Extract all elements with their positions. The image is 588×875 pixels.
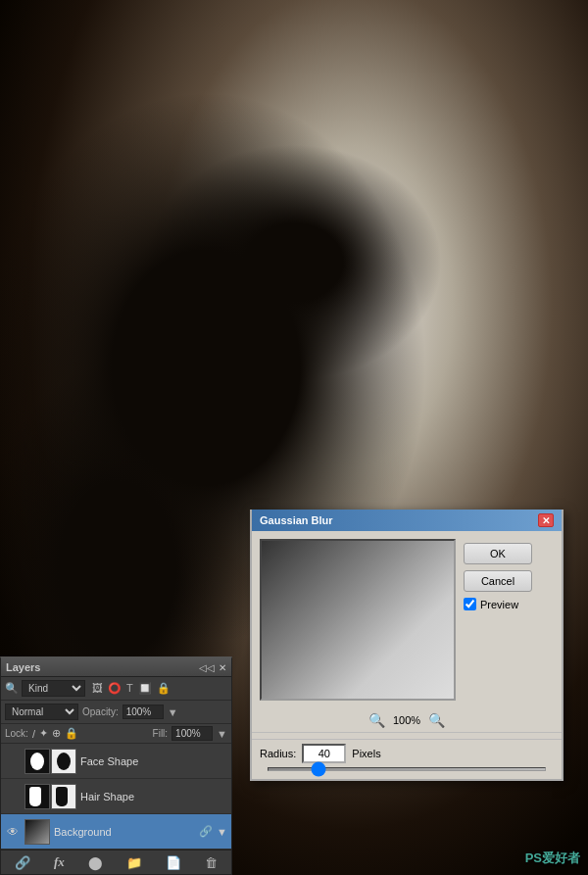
layer-name-hair-shape: Hair Shape: [80, 791, 227, 802]
layers-bottom-toolbar: 🔗 fx ⬤ 📁 📄 🗑: [1, 850, 231, 874]
preview-checkbox[interactable]: [464, 598, 476, 610]
opacity-label: Opacity:: [82, 706, 119, 717]
cancel-button[interactable]: Cancel: [464, 570, 532, 592]
layer-thumbs-face-shape: [24, 749, 76, 774]
gaussian-button-group: OK Cancel Preview: [464, 539, 532, 701]
lock-fill-bar: Lock: / ✦ ⊕ 🔒 Fill: ▼: [1, 724, 231, 744]
blend-mode-select[interactable]: Normal: [5, 704, 78, 720]
zoom-bar: 🔍 100% 🔍: [252, 708, 562, 733]
new-group-icon[interactable]: 📁: [126, 855, 142, 870]
layer-effects-icon[interactable]: fx: [54, 854, 65, 870]
layer-name-face-shape: Face Shape: [80, 755, 227, 767]
add-mask-icon[interactable]: ⬤: [88, 855, 103, 870]
layer-row-face-shape[interactable]: Face Shape: [1, 744, 231, 779]
gaussian-preview-canvas: [260, 539, 456, 701]
type-filter-icon[interactable]: T: [126, 682, 133, 695]
link-layers-icon[interactable]: 🔗: [15, 855, 30, 870]
layer-thumb-main-hair: [24, 784, 50, 809]
layer-name-background: Background: [54, 826, 195, 838]
layers-minimize-btn[interactable]: ◁◁: [199, 662, 215, 673]
adjustment-filter-icon[interactable]: ⭕: [108, 682, 122, 695]
fill-input[interactable]: [172, 726, 213, 741]
radius-label: Radius:: [260, 748, 296, 759]
eye-icon-background: 👁: [7, 825, 19, 839]
layer-row-hair-shape[interactable]: Hair Shape: [1, 779, 231, 814]
gaussian-dialog-title: Gaussian Blur: [260, 514, 333, 526]
ok-button[interactable]: OK: [464, 543, 532, 564]
layer-thumbs-background: [24, 819, 50, 845]
layer-arrow-background: ▼: [217, 826, 227, 838]
shape-filter-icon[interactable]: 🔲: [138, 682, 152, 695]
search-icon: 🔍: [5, 682, 19, 695]
radius-slider-row: [260, 763, 554, 773]
lock-pixels-icon[interactable]: ✦: [39, 727, 48, 740]
gaussian-title-bar: Gaussian Blur ✕: [252, 510, 562, 531]
layers-filter-bar: 🔍 Kind 🖼 ⭕ T 🔲 🔒: [1, 677, 231, 701]
radius-unit: Pixels: [352, 748, 380, 759]
filter-icons: 🖼 ⭕ T 🔲 🔒: [92, 682, 171, 695]
layer-visibility-hair-shape[interactable]: [5, 789, 21, 804]
lock-transparent-icon[interactable]: /: [32, 728, 35, 740]
gaussian-blur-dialog: Gaussian Blur ✕ OK Cancel Preview 🔍 100%…: [250, 510, 564, 781]
layers-panel: Layers ◁◁ ✕ 🔍 Kind 🖼 ⭕ T 🔲 🔒 Normal Opac…: [0, 656, 232, 875]
layer-row-background[interactable]: 👁 Background 🔗 ▼: [1, 814, 231, 850]
opacity-input[interactable]: [122, 705, 164, 719]
layer-badge-background: 🔗: [199, 825, 213, 838]
radius-slider[interactable]: [268, 767, 546, 771]
layer-thumbs-hair-shape: [24, 784, 76, 809]
gaussian-footer: Radius: Pixels: [252, 739, 562, 779]
fill-arrow[interactable]: ▼: [217, 728, 227, 740]
kind-filter-select[interactable]: Kind: [22, 680, 85, 697]
lock-position-icon[interactable]: ⊕: [52, 727, 61, 740]
layers-panel-title: Layers: [6, 661, 40, 673]
radius-input[interactable]: [302, 744, 346, 763]
radius-input-row: Radius: Pixels: [260, 744, 554, 763]
layer-thumb-mask-hair: [51, 784, 76, 809]
layer-thumb-main-face: [24, 749, 50, 774]
layer-thumb-mask-face: [51, 749, 76, 774]
lock-all-icon[interactable]: 🔒: [65, 727, 78, 740]
zoom-in-icon[interactable]: 🔍: [428, 712, 445, 728]
layer-visibility-face-shape[interactable]: [5, 753, 21, 769]
opacity-arrow[interactable]: ▼: [168, 706, 178, 718]
smart-filter-icon[interactable]: 🔒: [157, 682, 171, 695]
delete-layer-icon[interactable]: 🗑: [205, 855, 218, 870]
gaussian-close-btn[interactable]: ✕: [538, 513, 554, 527]
new-layer-icon[interactable]: 📄: [166, 855, 181, 870]
preview-label: Preview: [480, 599, 518, 610]
layer-visibility-background[interactable]: 👁: [5, 824, 21, 840]
fill-label: Fill:: [153, 728, 169, 739]
layer-thumb-main-background: [24, 819, 50, 845]
layers-title-bar: Layers ◁◁ ✕: [1, 658, 231, 677]
lock-label: Lock:: [5, 728, 28, 739]
preview-checkbox-row: Preview: [464, 598, 532, 610]
layers-close-btn[interactable]: ✕: [219, 662, 226, 673]
blend-opacity-bar: Normal Opacity: ▼: [1, 701, 231, 724]
zoom-out-icon[interactable]: 🔍: [368, 712, 385, 728]
pixel-filter-icon[interactable]: 🖼: [92, 682, 103, 695]
gaussian-body: OK Cancel Preview: [252, 531, 562, 708]
zoom-value: 100%: [393, 714, 420, 726]
watermark: PS爱好者: [525, 850, 580, 867]
